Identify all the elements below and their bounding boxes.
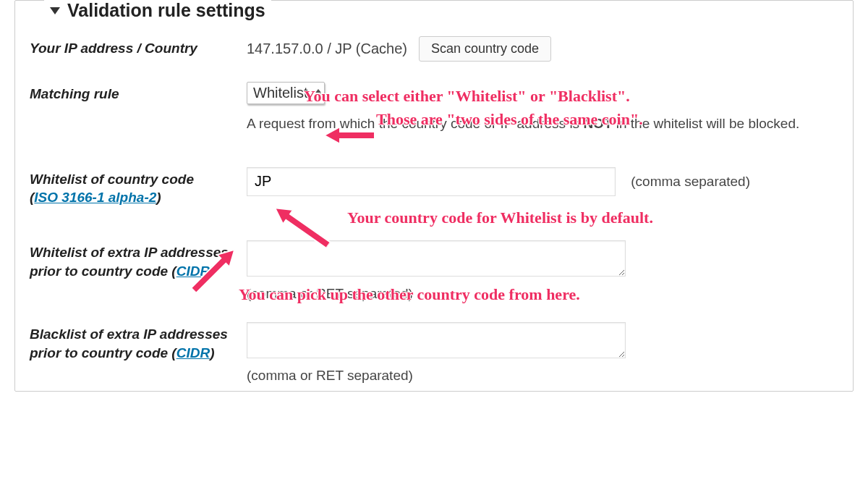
row-whitelist-country-code: Whitelist of country code (ISO 3166-1 al… — [30, 167, 838, 207]
row-ip-country: Your IP address / Country 147.157.0.0 / … — [30, 36, 838, 62]
matching-rule-help: A request from which the country code or… — [247, 114, 811, 134]
cidr-link-blacklist[interactable]: CIDR — [176, 345, 210, 360]
whitelist-extra-ip-textarea[interactable] — [247, 240, 626, 277]
whitelist-country-code-input[interactable] — [247, 167, 616, 196]
iso-3166-link[interactable]: ISO 3166-1 alpha-2 — [34, 190, 156, 205]
cidr-link-whitelist[interactable]: CIDR — [176, 263, 210, 279]
ip-country-value: 147.157.0.0 / JP (Cache) — [247, 41, 407, 57]
section-header[interactable]: Validation rule settings — [44, 0, 271, 21]
section-title: Validation rule settings — [67, 0, 265, 21]
row-matching-rule: Matching rule Whitelist A request from w… — [30, 82, 838, 134]
select-caret-icon — [315, 89, 321, 97]
label-whitelist-extra-ip: Whitelist of extra IP addresses prior to… — [30, 240, 247, 280]
collapse-triangle-icon — [50, 7, 60, 14]
matching-rule-selected: Whitelist — [253, 85, 308, 101]
validation-rule-settings-section: Validation rule settings Your IP address… — [14, 0, 854, 392]
whitelist-cc-hint: (comma separated) — [631, 174, 750, 189]
whitelist-extra-ip-hint: (comma or RET separated) — [247, 286, 838, 302]
label-ip-country: Your IP address / Country — [30, 36, 247, 58]
row-whitelist-extra-ip: Whitelist of extra IP addresses prior to… — [30, 240, 838, 302]
label-blacklist-extra-ip: Blacklist of extra IP addresses prior to… — [30, 322, 247, 362]
label-whitelist-country-code: Whitelist of country code (ISO 3166-1 al… — [30, 167, 247, 207]
blacklist-extra-ip-textarea[interactable] — [247, 322, 626, 358]
blacklist-extra-ip-hint: (comma or RET separated) — [247, 368, 838, 384]
scan-country-code-button[interactable]: Scan country code — [419, 36, 551, 62]
row-blacklist-extra-ip: Blacklist of extra IP addresses prior to… — [30, 322, 838, 384]
label-matching-rule: Matching rule — [30, 82, 247, 104]
matching-rule-select[interactable]: Whitelist — [247, 82, 325, 104]
